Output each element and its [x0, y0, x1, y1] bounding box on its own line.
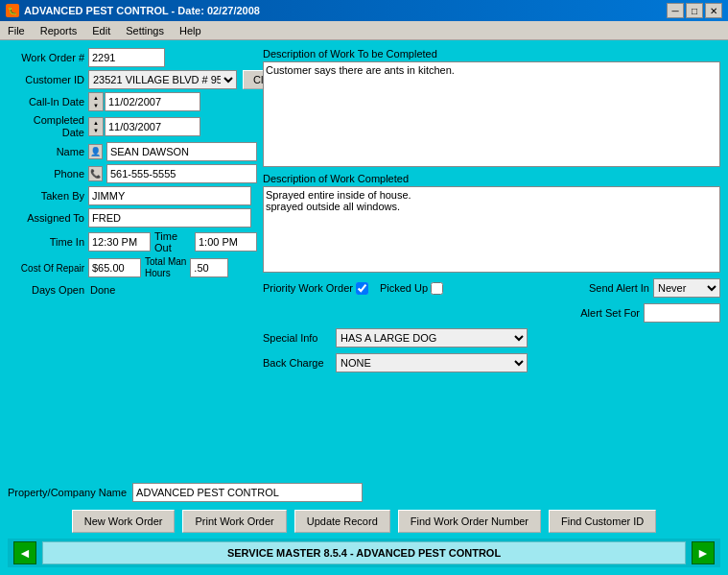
property-company-input[interactable] [132, 483, 363, 502]
nav-back-button[interactable]: ◄ [13, 541, 36, 564]
time-in-input[interactable] [88, 232, 151, 252]
completed-date-row: CompletedDate ▲ ▼ [8, 114, 257, 139]
total-man-hours-input[interactable] [190, 258, 228, 277]
assigned-to-row: Assigned To [8, 208, 257, 228]
callin-date-field: ▲ ▼ [88, 92, 200, 111]
time-out-label: Time Out [154, 230, 191, 253]
minimize-button[interactable]: ─ [667, 3, 684, 18]
back-charge-row: Back Charge NONE [263, 353, 720, 372]
picked-up-checkbox[interactable] [431, 282, 443, 295]
special-info-label: Special Info [263, 332, 330, 344]
send-alert-in-label: Send Alert In [589, 282, 649, 294]
completed-date-field: ▲ ▼ [88, 117, 200, 136]
menu-reports[interactable]: Reports [36, 24, 82, 37]
work-order-label: Work Order # [8, 52, 84, 63]
bottom-buttons: New Work Order Print Work Order Update R… [8, 510, 720, 533]
desc-to-be-textarea[interactable]: Customer says there are ants in kitchen. [263, 61, 720, 167]
total-man-hours-label: Total ManHours [145, 256, 186, 279]
property-row: Property/Company Name [8, 483, 720, 502]
close-button[interactable]: ✕ [705, 3, 722, 18]
options-row: Priority Work Order Picked Up Send Alert… [263, 278, 720, 298]
time-in-label: Time In [8, 236, 84, 248]
callin-date-input[interactable] [105, 92, 200, 111]
completed-spin-down[interactable]: ▼ [90, 127, 102, 134]
back-charge-select[interactable]: NONE [336, 353, 528, 372]
callin-spin-up[interactable]: ▲ [90, 94, 102, 102]
alert-set-for-label: Alert Set For [580, 307, 640, 319]
work-order-row: Work Order # [8, 48, 257, 67]
new-work-order-button[interactable]: New Work Order [72, 510, 176, 533]
restore-button[interactable]: □ [686, 3, 703, 18]
cost-label: Cost Of Repair [8, 263, 84, 274]
menu-bar: File Reports Edit Settings Help [0, 21, 728, 40]
picked-up-label: Picked Up [380, 282, 428, 294]
time-out-input[interactable] [195, 232, 257, 252]
days-open-row: Days Open Done [8, 284, 257, 296]
back-charge-label: Back Charge [263, 357, 330, 369]
title-text: ADVANCED PEST CONTROL - Date: 02/27/2008 [24, 5, 260, 16]
callin-spin-down[interactable]: ▼ [90, 102, 102, 109]
phone-row: Phone 📞 [8, 164, 257, 183]
desc-completed-section: Description of Work Completed Sprayed en… [263, 173, 720, 273]
completed-spin-up[interactable]: ▲ [90, 119, 102, 127]
cost-input[interactable] [88, 258, 141, 277]
priority-work-order-group: Priority Work Order [263, 282, 368, 295]
menu-edit[interactable]: Edit [88, 24, 114, 37]
completed-date-spinner[interactable]: ▲ ▼ [88, 117, 104, 136]
picked-up-group: Picked Up [380, 282, 443, 295]
nav-forward-button[interactable]: ► [692, 541, 715, 564]
customer-id-row: Customer ID 23521 VILLAGE BLVD # 956 Cle… [8, 70, 257, 89]
update-record-button[interactable]: Update Record [294, 510, 390, 533]
name-icon: 👤 [88, 144, 103, 159]
name-row: Name 👤 [8, 142, 257, 161]
assigned-to-label: Assigned To [8, 212, 84, 224]
name-label: Name [8, 146, 84, 157]
desc-to-be-section: Description of Work To be Completed Cust… [263, 48, 720, 167]
desc-completed-textarea[interactable]: Sprayed entire inside of house. sprayed … [263, 186, 720, 273]
special-info-row: Special Info HAS A LARGE DOG [263, 328, 720, 347]
callin-date-spinner[interactable]: ▲ ▼ [88, 92, 104, 111]
priority-work-order-checkbox[interactable] [356, 282, 368, 295]
nav-bar: ◄ SERVICE MASTER 8.5.4 - ADVANCED PEST C… [8, 539, 720, 567]
menu-help[interactable]: Help [176, 24, 205, 37]
name-input[interactable] [106, 142, 257, 161]
callin-date-row: Call-In Date ▲ ▼ [8, 92, 257, 111]
work-order-input[interactable] [88, 48, 165, 67]
property-company-label: Property/Company Name [8, 487, 127, 498]
customer-id-label: Customer ID [8, 74, 84, 85]
phone-label: Phone [8, 168, 84, 180]
cost-row: Cost Of Repair Total ManHours [8, 256, 257, 279]
taken-by-label: Taken By [8, 190, 84, 202]
find-customer-id-button[interactable]: Find Customer ID [549, 510, 656, 533]
days-open-value: Done [90, 284, 115, 296]
app-icon: 🐛 [6, 4, 19, 17]
right-panel: Description of Work To be Completed Cust… [263, 48, 720, 477]
print-work-order-button[interactable]: Print Work Order [182, 510, 286, 533]
find-work-order-number-button[interactable]: Find Work Order Number [398, 510, 541, 533]
send-alert-group: Send Alert In Never [589, 278, 720, 298]
taken-by-input[interactable] [88, 186, 251, 205]
customer-id-select[interactable]: 23521 VILLAGE BLVD # 956 [88, 70, 237, 89]
completed-date-input[interactable] [105, 117, 200, 136]
priority-work-order-label: Priority Work Order [263, 282, 353, 294]
menu-file[interactable]: File [4, 24, 29, 37]
time-row: Time In Time Out [8, 230, 257, 253]
nav-title: SERVICE MASTER 8.5.4 - ADVANCED PEST CON… [42, 541, 686, 564]
completed-date-label: CompletedDate [8, 114, 84, 139]
taken-by-row: Taken By [8, 186, 257, 205]
phone-icon: 📞 [88, 166, 103, 181]
phone-input[interactable] [106, 164, 257, 183]
send-alert-in-select[interactable]: Never [653, 278, 720, 298]
main-window: Work Order # Customer ID 23521 VILLAGE B… [0, 40, 728, 575]
menu-settings[interactable]: Settings [122, 24, 168, 37]
special-info-select[interactable]: HAS A LARGE DOG [336, 328, 528, 347]
title-bar: 🐛 ADVANCED PEST CONTROL - Date: 02/27/20… [0, 0, 728, 21]
left-panel: Work Order # Customer ID 23521 VILLAGE B… [8, 48, 257, 477]
content-area: Work Order # Customer ID 23521 VILLAGE B… [8, 48, 720, 477]
alert-set-for-row: Alert Set For [263, 303, 720, 323]
alert-set-for-input[interactable] [644, 303, 720, 323]
callin-date-label: Call-In Date [8, 96, 84, 108]
desc-to-be-label: Description of Work To be Completed [263, 48, 720, 60]
days-open-label: Days Open [8, 284, 84, 296]
assigned-to-input[interactable] [88, 208, 251, 228]
